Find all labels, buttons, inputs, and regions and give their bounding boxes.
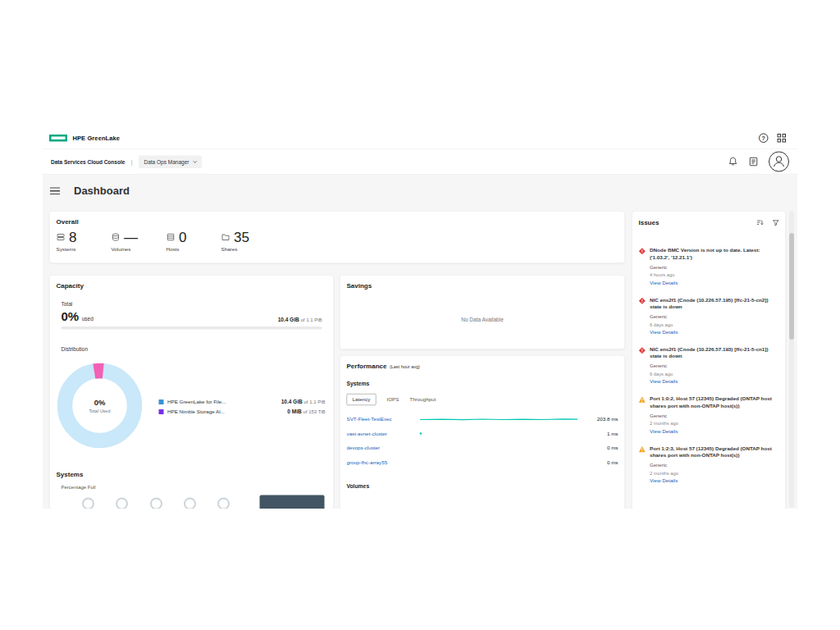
help-icon[interactable]: ? [759,133,769,143]
menu-icon[interactable] [50,187,60,194]
stat-systems: 8 Systems [57,231,112,253]
view-details-link[interactable]: View Details [650,379,678,385]
volumes-count: — [124,231,138,244]
tab-iops[interactable]: IOPS [386,397,399,403]
capacity-card: Capacity Total 0% used 10.4 GiB of 1.1 P… [49,275,334,509]
savings-empty-state: No Data Available [340,317,625,323]
legend-swatch-file [159,399,164,404]
scrollbar-thumb[interactable] [789,233,794,340]
issue-title: Port 1:2:3, Host 57 (12345) Degraded (ON… [650,445,780,459]
issue-item: NIC ens2f1 (Cnode (10.226.57.195) [ffc-2… [639,296,780,335]
issue-item: Port 1:0:2, Host 57 (12345) Degraded (ON… [639,395,780,434]
issues-list: DNode BMC Version is not up to date. Lat… [639,247,780,484]
capacity-usage-value: 10.4 GiB of 1.1 PiB [278,317,322,323]
latency-sparkline [418,457,579,468]
capacity-total-label: Total [62,301,327,308]
system-link[interactable]: group-fhc-array55 [347,459,419,465]
view-details-link[interactable]: View Details [650,477,678,483]
performance-subtitle: (Last hour avg) [390,364,420,369]
performance-systems-label: Systems [347,381,619,387]
latency-value: 0 ms [579,459,619,465]
system-gauge [82,498,94,509]
legend-used-nimble: 0 MiB [287,409,301,415]
scrollbar-track [789,211,794,508]
issue-category: Generic [650,413,780,418]
brand-link[interactable]: HPE GreenLake [49,135,120,142]
issue-time: 6 days ago [650,372,780,377]
issue-item: NIC ens2f1 (Cnode (10.226.57.193) [ffc-2… [639,346,780,385]
legend-value-nimble: 0 MiB of 153 TiB [287,409,325,415]
view-details-link[interactable]: View Details [650,329,678,335]
hpe-logo-icon [49,135,67,142]
page-title: Dashboard [74,185,130,198]
breadcrumb-separator: | [131,158,133,165]
chart-tooltip [260,495,325,509]
capacity-of-total: of 1.1 PiB [300,317,322,322]
system-link[interactable]: devops-cluster [347,445,419,450]
app-selector-dropdown[interactable]: Data Ops Manager [139,155,202,168]
issue-title: NIC ens2f1 (Cnode (10.226.57.193) [ffc-2… [650,346,780,360]
system-gauge [150,498,162,509]
system-gauge [217,498,230,509]
issue-category: Generic [650,264,780,270]
tab-throughput[interactable]: Throughput [409,397,436,403]
hosts-label: Hosts [167,246,221,252]
perf-row: SVT-Fleet-TestExec 203.8 ms [347,412,619,427]
issue-title: Port 1:0:2, Host 57 (12345) Degraded (ON… [650,395,780,409]
filter-icon[interactable] [772,219,780,227]
sort-icon[interactable] [756,219,765,227]
issue-title: DNode BMC Version is not up to date. Lat… [650,247,780,261]
perf-row: vast-avnet-cluster 1 ms [347,427,619,441]
savings-card: Savings No Data Available [340,275,625,349]
perf-row: devops-cluster 0 ms [347,441,619,455]
stat-hosts: 0 Hosts [167,231,221,253]
capacity-progress-bar [62,326,322,330]
tab-latency[interactable]: Latency [347,394,377,405]
donut-percent: 0% [94,398,106,407]
main-content: Dashboard Overall 8 Systems [43,175,797,509]
systems-icon [57,233,66,242]
legend-label-nimble: HPE Nimble Storage Al... [167,409,284,414]
distribution-label: Distribution [62,346,327,353]
console-title: Data Services Cloud Console [51,158,125,165]
view-details-link[interactable]: View Details [650,280,678,285]
hosts-count: 0 [179,231,186,244]
warning-triangle-icon [639,395,646,434]
volumes-label: Volumes [112,246,167,252]
issue-item: Port 1:2:3, Host 57 (12345) Degraded (ON… [639,445,780,484]
issues-title: Issues [639,219,756,226]
view-details-link[interactable]: View Details [650,428,678,434]
latency-value: 0 ms [579,445,619,450]
app-selector-label: Data Ops Manager [144,158,189,165]
chevron-down-icon [193,159,197,163]
issue-category: Generic [650,313,780,319]
issue-time: 4 hours ago [650,272,780,277]
capacity-percent: 0% [62,310,80,322]
systems-count: 8 [69,231,76,244]
user-avatar[interactable] [769,152,789,172]
performance-volumes-label: Volumes [347,483,619,490]
performance-card: Performance (Last hour avg) Systems Late… [340,355,625,509]
issue-time: 2 months ago [650,421,780,426]
issue-title: NIC ens2f1 (Cnode (10.226.57.195) [ffc-2… [650,296,780,310]
latency-sparkline [418,413,579,424]
overall-title: Overall [57,218,619,226]
grid-cell [778,134,782,138]
whats-new-icon[interactable] [748,157,759,167]
system-link[interactable]: vast-avnet-cluster [347,431,419,436]
volumes-icon [112,233,121,242]
performance-tabs: Latency IOPS Throughput [347,394,619,405]
stat-volumes: — Volumes [112,231,167,253]
legend-row-file: HPE GreenLake for File... 10.4 GiB of 1.… [159,399,326,406]
legend-row-nimble: HPE Nimble Storage Al... 0 MiB of 153 Ti… [159,409,326,416]
latency-sparkline [418,442,579,453]
capacity-title: Capacity [57,282,327,290]
overall-card: Overall 8 Systems [49,211,625,263]
issues-panel: Issues [632,211,786,509]
greenlake-app: HPE GreenLake ? Data Services Cloud Cons… [43,127,797,509]
critical-diamond-icon [639,247,646,285]
app-launcher-icon[interactable] [778,134,787,143]
notifications-bell-icon[interactable] [728,157,738,167]
system-link[interactable]: SVT-Fleet-TestExec [347,416,419,422]
critical-diamond-icon [639,346,646,385]
